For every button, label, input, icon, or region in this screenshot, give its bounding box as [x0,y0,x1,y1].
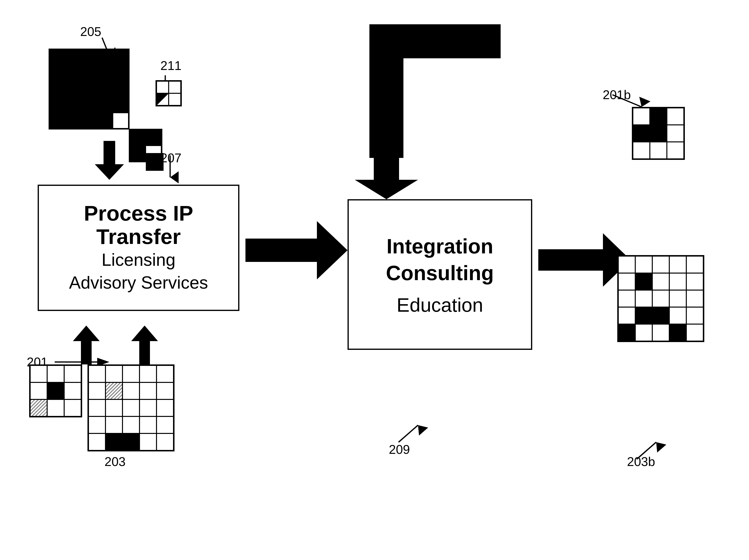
arrow-top-horizontal [369,24,500,58]
grid-201 [29,364,82,417]
integration-title-line2: Consulting [386,260,494,287]
process-box: Process IP Transfer Licensing Advisory S… [38,185,239,311]
arrow-up-from-201 [73,326,100,364]
arrow-down-to-process [95,141,124,180]
label-209: 209 [389,442,410,457]
grid-203b [617,255,704,342]
grid-203 [87,364,174,451]
label-211: 211 [160,58,181,73]
integration-title-line1: Integration [386,233,493,260]
process-sub-line2: Advisory Services [69,272,208,294]
label-207: 207 [160,151,181,165]
arrow-right-to-integration [245,221,347,279]
label-201b: 201b [603,87,631,102]
grid-201b [632,107,685,160]
arrow-top-arrowhead [355,151,418,199]
process-title-line2: Transfer [96,225,180,249]
diagram: 205 211 207 Process IP Transfer Licensin… [0,0,749,560]
grid-211 [155,80,182,106]
grid-205-main [49,49,130,129]
label-203: 203 [105,454,126,469]
integration-sub: Education [397,294,483,316]
label-205: 205 [80,24,101,39]
arrow-right-to-output [538,233,630,287]
integration-box: Integration Consulting Education [347,199,532,350]
arrow-up-from-203 [131,326,158,364]
process-sub-line1: Licensing [102,249,175,272]
label-203b: 203b [627,454,655,469]
process-title-line1: Process IP [84,202,193,225]
